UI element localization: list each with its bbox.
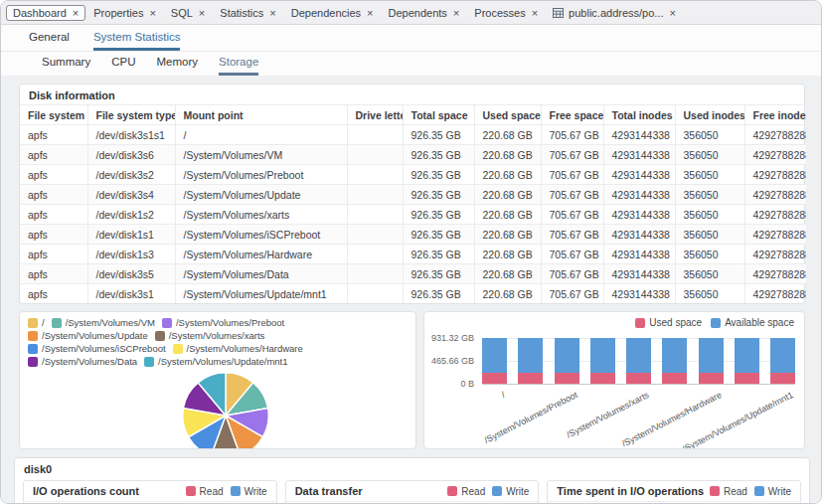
table-cell: 356050 [675,185,744,205]
table-cell: 705.67 GB [541,205,603,225]
table-cell: 926.35 GB [403,264,474,284]
tab-dependents[interactable]: Dependents× [382,5,467,21]
storage-tab-content: Disk information File systemFile system … [1,76,821,504]
tab-dashboard[interactable]: Dashboard× [6,5,85,21]
available-space-segment [662,338,687,373]
tab-processes[interactable]: Processes× [467,5,545,21]
available-space-segment [482,338,507,373]
tab-properties[interactable]: Properties× [86,5,163,21]
bar-chart-legend: Used spaceAvailable space [635,317,794,328]
table-cell: 926.35 GB [403,145,474,165]
close-icon[interactable]: × [149,7,155,19]
tab-statistics[interactable]: Statistics× [213,5,282,21]
x-axis-label-: / [500,390,507,400]
table-cell: apfs [20,225,87,245]
legend-write: Write [492,486,529,497]
column-header-used-inodes: Used inodes [675,105,744,125]
table-cell: 220.68 GB [474,165,541,185]
tab-memory[interactable]: Memory [156,56,198,76]
legend-item-system-volumes-update-mnt1: /System/Volumes/Update/mnt1 [144,356,287,368]
legend-swatch [28,318,38,328]
table-cell: 4292788288 [744,145,806,165]
tab-label: SQL [171,7,193,19]
table-row: apfs/dev/disk3s5/System/Volumes/Data926.… [20,264,806,284]
legend-swatch [162,318,172,328]
available-space-segment [555,338,579,373]
close-icon[interactable]: × [367,7,373,19]
table-cell: /System/Volumes/Preboot [175,165,347,185]
table-cell [347,225,403,245]
table-cell: 4293144338 [603,264,675,284]
legend-label: /System/Volumes/iSCPreboot [42,343,166,355]
tab-public-address-po[interactable]: public.address/po...× [546,5,683,21]
table-cell: 356050 [675,145,744,165]
legend-used-space: Used space [635,317,702,328]
close-icon[interactable]: × [532,7,538,19]
table-cell [347,264,403,284]
tab-sql[interactable]: SQL× [164,5,212,21]
column-header-total-space: Total space [403,105,474,125]
tab-label: public.address/po... [569,7,663,19]
legend-swatch [144,357,154,367]
table-row: apfs/dev/disk3s4/System/Volumes/Update92… [20,185,806,205]
table-cell: / [175,125,347,145]
tab-system-statistics[interactable]: System Statistics [93,31,181,51]
tab-general[interactable]: General [29,31,70,51]
table-cell: /dev/disk3s6 [87,145,175,165]
legend-label: / [42,317,45,329]
legend-label: Available space [725,317,794,328]
available-space-segment [626,338,651,373]
tab-dependencies[interactable]: Dependencies× [284,5,381,21]
legend-swatch [186,486,196,496]
table-cell: apfs [20,245,87,264]
table-cell: 4292788288 [744,245,806,264]
tab-summary[interactable]: Summary [42,56,90,76]
table-cell: 4293144338 [603,205,675,225]
pgadmin-window: Dashboard×Properties×SQL×Statistics×Depe… [0,0,822,504]
table-cell: 926.35 GB [403,284,474,304]
column-header-file-system: File system [20,105,87,125]
tab-storage[interactable]: Storage [219,56,258,76]
table-cell: 4292788288 [744,205,806,225]
tab-label: Dependencies [291,7,361,19]
tab-cpu[interactable]: CPU [111,56,135,76]
table-cell: 220.68 GB [474,205,541,225]
chart-legend: ReadWrite [186,486,267,497]
table-cell: 356050 [675,125,744,145]
close-icon[interactable]: × [199,7,205,19]
table-cell: apfs [20,185,87,205]
legend-swatch [155,331,165,341]
legend-swatch [52,318,62,328]
pie-chart-legend: //System/Volumes/VM/System/Volumes/Prebo… [20,312,415,368]
table-cell: apfs [20,125,87,145]
close-icon[interactable]: × [73,7,79,19]
table-header-row: File systemFile system typeMount pointDr… [20,105,806,125]
table-row: apfs/dev/disk3s6/System/Volumes/VM926.35… [20,145,806,165]
table-cell: 705.67 GB [541,165,603,185]
tab-label: Properties [93,7,143,19]
close-icon[interactable]: × [669,7,675,19]
table-cell: 220.68 GB [474,264,541,284]
column-header-file-system-type: File system type [87,105,175,125]
tab-label: Statistics [220,7,263,19]
legend-label: Write [245,486,267,497]
x-axis-label-system-volumes-preboot: /System/Volumes/Preboot [482,390,578,445]
disk-space-bar-chart: 0 B465.66 GB931.32 GB//System/Volumes/Pr… [424,334,804,448]
available-space-segment [518,338,543,373]
table-row: apfs/dev/disk1s3/System/Volumes/Hardware… [20,245,806,264]
stacked-bar-system-volumes-preboot [555,338,579,384]
table-row: apfs/dev/disk3s1s1/926.35 GB220.68 GB705… [20,125,806,145]
chart-header: I/O operations countReadWrite [24,481,276,502]
y-axis-tick: 465.66 GB [424,356,474,366]
close-icon[interactable]: × [453,7,459,19]
legend-swatch [635,318,645,328]
table-cell [347,205,403,225]
system-statistics-sub-tabs: SummaryCPUMemoryStorage [1,52,821,76]
chart-legend: ReadWrite [710,486,791,497]
column-header-free-inodes: Free inodes [744,105,806,125]
x-axis-label-system-volumes-update-mnt1: /System/Volumes/Update/mnt1 [681,390,795,449]
close-icon[interactable]: × [269,7,275,19]
chart-panel-data-transfer: Data transferReadWrite314.79 GB [285,480,540,504]
table-cell: 926.35 GB [403,165,474,185]
table-cell: apfs [20,165,87,185]
